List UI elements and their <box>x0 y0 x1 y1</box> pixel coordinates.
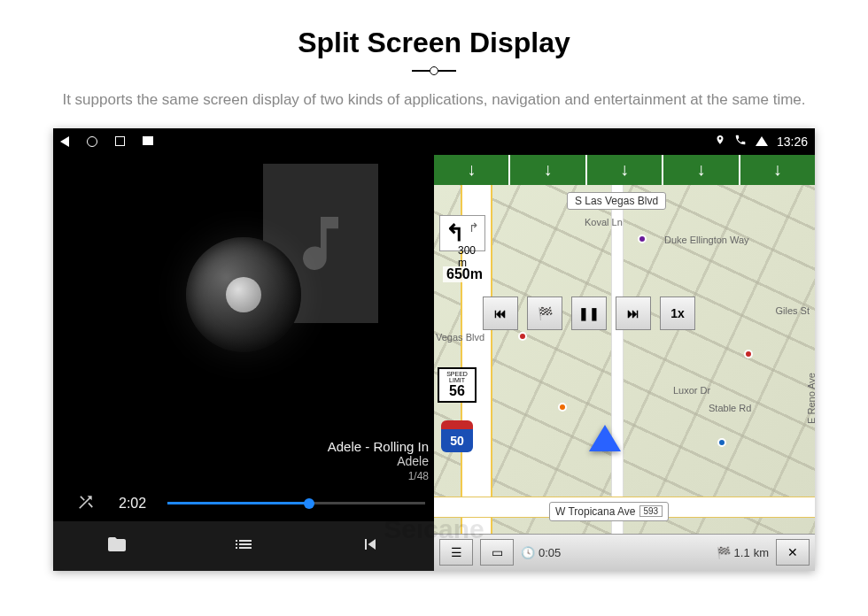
lane-arrow-icon: ↓ <box>620 159 629 180</box>
screenshot-nav-icon[interactable] <box>143 136 153 145</box>
remaining-distance: 1.1 <box>734 546 750 559</box>
elapsed-time: 2:02 <box>119 496 146 512</box>
page-title: Split Screen Display <box>0 27 868 59</box>
turn-instruction-panel: ↰ ↱ 300 m <box>439 215 485 251</box>
vehicle-cursor-icon <box>589 425 621 451</box>
poi-marker[interactable] <box>638 235 647 243</box>
eta-value: 0:05 <box>539 546 561 559</box>
wifi-icon <box>756 136 768 146</box>
back-nav-icon[interactable] <box>60 136 69 147</box>
nav-display-button[interactable]: ▭ <box>480 539 514 566</box>
music-toolbar <box>53 521 434 571</box>
map-label: Koval Ln <box>585 217 623 227</box>
turn-next-icon: ↱ <box>469 220 479 235</box>
poi-marker[interactable] <box>717 438 726 447</box>
nav-app-pane[interactable]: ↓ ↓ ↓ ↓ ↓ S Las Vegas Blvd ↰ ↱ 300 m 650… <box>434 128 815 571</box>
map-label: Vegas Blvd <box>436 332 484 343</box>
map-label: E Reno Ave <box>806 373 815 424</box>
shuffle-icon[interactable] <box>74 493 97 514</box>
map-label: Luxor Dr <box>673 385 710 396</box>
progress-bar[interactable] <box>167 502 425 504</box>
distance-unit: km <box>754 546 769 559</box>
poi-marker[interactable] <box>518 332 527 341</box>
recent-nav-icon[interactable] <box>115 136 125 146</box>
poi-marker[interactable] <box>558 403 567 412</box>
nav-footer: ☰ ▭ 🕓 0:05 🏁 1.1 km ✕ <box>434 534 815 571</box>
lane-arrow-icon: ↓ <box>544 159 553 180</box>
playlist-icon[interactable] <box>231 534 256 558</box>
clock-icon: 🕓 <box>521 546 535 559</box>
music-note-icon <box>285 208 356 279</box>
folder-icon[interactable] <box>105 534 129 558</box>
track-index: 1/48 <box>53 468 434 488</box>
title-underline <box>412 70 456 72</box>
lane-arrow-icon: ↓ <box>467 159 476 180</box>
device-frame: 13:26 Adele - Rolling In Adele 1/48 2:02 <box>53 128 815 571</box>
prev-waypoint-button[interactable]: ⏮ <box>483 296 518 330</box>
map-label: Stable Rd <box>709 403 751 413</box>
track-title: Adele - Rolling In <box>53 435 434 454</box>
home-nav-icon[interactable] <box>87 136 97 147</box>
lane-arrow-icon: ↓ <box>696 159 705 180</box>
street-label-bottom: W Tropicana Ave 593 <box>549 502 669 521</box>
turn-distance: 650m <box>443 266 486 282</box>
poi-marker[interactable] <box>744 350 753 358</box>
nav-menu-button[interactable]: ☰ <box>439 539 473 566</box>
map-label: Duke Ellington Way <box>664 235 749 245</box>
page-subtitle: It supports the same screen display of t… <box>0 81 868 128</box>
next-turn-distance: 300 m <box>458 244 476 269</box>
location-icon <box>715 134 725 149</box>
speed-limit-label: SPEED LIMIT <box>439 371 475 383</box>
pause-nav-button[interactable]: ❚❚ <box>571 296 607 330</box>
bottom-street-num: 593 <box>639 505 663 517</box>
speed-limit-value: 56 <box>439 383 475 399</box>
speed-limit-sign: SPEED LIMIT 56 <box>438 367 477 403</box>
music-app-pane: Adele - Rolling In Adele 1/48 2:02 <box>53 128 434 571</box>
route-flag-button[interactable]: 🏁 <box>527 296 562 330</box>
jog-dial[interactable] <box>186 237 301 352</box>
bottom-street-name: W Tropicana Ave <box>555 505 636 518</box>
speed-multiplier-button[interactable]: 1x <box>660 296 695 330</box>
status-bar: 13:26 <box>53 128 815 155</box>
map-label: Giles St <box>775 305 810 316</box>
destination-flag-icon: 🏁 <box>717 546 731 559</box>
map-controls: ⏮ 🏁 ❚❚ ⏭ 1x <box>483 296 695 330</box>
phone-icon <box>734 134 747 149</box>
route-shield: 50 <box>441 420 473 452</box>
clock-text: 13:26 <box>777 135 808 149</box>
turn-left-icon: ↰ <box>446 219 465 247</box>
nav-close-button[interactable]: ✕ <box>776 539 810 566</box>
next-waypoint-button[interactable]: ⏭ <box>616 296 651 330</box>
street-label-top: S Las Vegas Blvd <box>567 192 666 210</box>
lane-guidance-bar: ↓ ↓ ↓ ↓ ↓ <box>434 155 815 185</box>
previous-track-icon[interactable] <box>358 534 383 558</box>
track-artist: Adele <box>53 454 434 468</box>
lane-arrow-icon: ↓ <box>773 159 782 180</box>
